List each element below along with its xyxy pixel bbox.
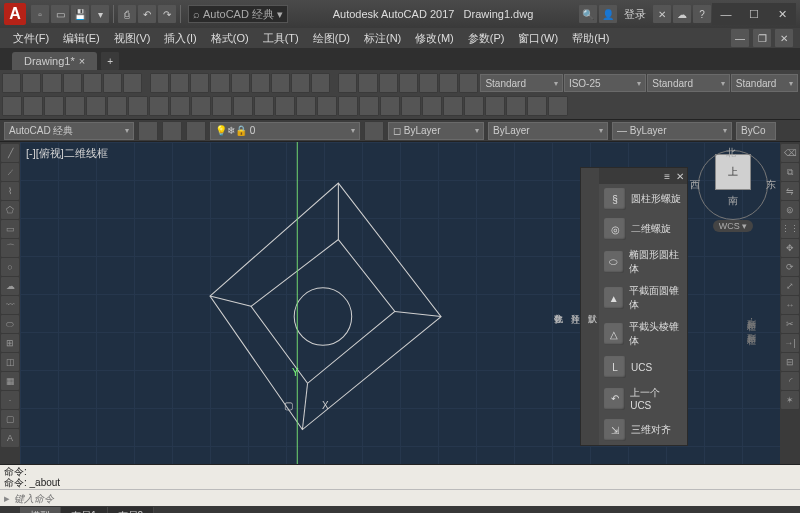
- palette-tab[interactable]: 参数化: [552, 305, 565, 309]
- insert-tool-icon[interactable]: ⊞: [1, 334, 19, 352]
- tb-icon[interactable]: [107, 96, 127, 116]
- break-tool-icon[interactable]: ⊟: [781, 353, 799, 371]
- tb-icon[interactable]: [149, 96, 169, 116]
- point-tool-icon[interactable]: ·: [1, 391, 19, 409]
- tb-icon[interactable]: [254, 96, 274, 116]
- layer-match-icon[interactable]: [364, 121, 384, 141]
- layer-combo[interactable]: 💡❄🔒 0▾: [210, 122, 360, 140]
- tb-icon[interactable]: [317, 96, 337, 116]
- region-tool-icon[interactable]: ▢: [1, 410, 19, 428]
- tb-icon[interactable]: [399, 73, 418, 93]
- tb-icon[interactable]: [251, 73, 270, 93]
- palette-item[interactable]: ◎二维螺旋: [599, 214, 687, 244]
- text-tool-icon[interactable]: A: [1, 429, 19, 447]
- tb-icon[interactable]: [271, 73, 290, 93]
- menu-help[interactable]: 帮助(H): [565, 29, 616, 48]
- rotate-tool-icon[interactable]: ⟳: [781, 258, 799, 276]
- menu-file[interactable]: 文件(F): [6, 29, 56, 48]
- extend-tool-icon[interactable]: →|: [781, 334, 799, 352]
- tb-icon[interactable]: [190, 73, 209, 93]
- qat-print-icon[interactable]: ⎙: [118, 5, 136, 23]
- qat-save-icon[interactable]: 💾: [71, 5, 89, 23]
- menu-view[interactable]: 视图(V): [107, 29, 158, 48]
- lineweight-combo[interactable]: — ByLayer▾: [612, 122, 732, 140]
- tb-icon[interactable]: [296, 96, 316, 116]
- dimstyle-combo[interactable]: ISO-25▾: [564, 74, 646, 92]
- tb-icon[interactable]: [86, 96, 106, 116]
- mdi-restore-button[interactable]: ❐: [753, 29, 771, 47]
- palette-item[interactable]: △平截头棱锥体: [599, 316, 687, 352]
- tb-icon[interactable]: [42, 73, 61, 93]
- tb-icon[interactable]: [401, 96, 421, 116]
- menu-insert[interactable]: 插入(I): [157, 29, 203, 48]
- tb-icon[interactable]: [22, 73, 41, 93]
- tb-icon[interactable]: [439, 73, 458, 93]
- viewcube-east[interactable]: 东: [766, 178, 776, 192]
- app-logo[interactable]: A: [4, 3, 26, 25]
- tb-icon[interactable]: [83, 73, 102, 93]
- tb-icon[interactable]: [338, 96, 358, 116]
- tb-icon[interactable]: [150, 73, 169, 93]
- stretch-tool-icon[interactable]: ↔: [781, 296, 799, 314]
- linetype-combo[interactable]: ByLayer▾: [488, 122, 608, 140]
- tb-icon[interactable]: [233, 96, 253, 116]
- color-combo[interactable]: ◻ ByLayer▾: [388, 122, 484, 140]
- workspace-search[interactable]: ⌕ AutoCAD 经典 ▾: [188, 5, 288, 23]
- pline-tool-icon[interactable]: ⌇: [1, 182, 19, 200]
- erase-tool-icon[interactable]: ⌫: [781, 144, 799, 162]
- mirror-tool-icon[interactable]: ⇋: [781, 182, 799, 200]
- tb-icon[interactable]: [123, 73, 142, 93]
- qat-saveas-icon[interactable]: ▾: [91, 5, 109, 23]
- tb-icon[interactable]: [548, 96, 568, 116]
- offset-tool-icon[interactable]: ⊚: [781, 201, 799, 219]
- style-combo-3[interactable]: Standard▾: [731, 74, 798, 92]
- tb-icon[interactable]: [527, 96, 547, 116]
- tb-icon[interactable]: [338, 73, 357, 93]
- spline-tool-icon[interactable]: 〰: [1, 296, 19, 314]
- close-tab-icon[interactable]: ×: [79, 55, 85, 67]
- layout-nav-icon[interactable]: ◀: [4, 510, 20, 514]
- qat-open-icon[interactable]: ▭: [51, 5, 69, 23]
- tb-icon[interactable]: [2, 73, 21, 93]
- palette-item[interactable]: ⬭椭圆形圆柱体: [599, 244, 687, 280]
- file-tab-active[interactable]: Drawing1* ×: [12, 52, 97, 70]
- palette-item[interactable]: LUCS: [599, 352, 687, 382]
- tb-icon[interactable]: [311, 73, 330, 93]
- tb-icon[interactable]: [419, 73, 438, 93]
- tb-icon[interactable]: [65, 96, 85, 116]
- tb-icon[interactable]: [506, 96, 526, 116]
- tb-icon[interactable]: [23, 96, 43, 116]
- tb-icon[interactable]: [231, 73, 250, 93]
- tool-palette[interactable]: 默认 注释 参数化 ≡✕ §圆柱形螺旋 ◎二维螺旋 ⬭椭圆形圆柱体 ▲平截面圆锥…: [580, 167, 688, 446]
- explode-tool-icon[interactable]: ✶: [781, 391, 799, 409]
- tb-icon[interactable]: [443, 96, 463, 116]
- tb-icon[interactable]: [464, 96, 484, 116]
- line-tool-icon[interactable]: ╱: [1, 144, 19, 162]
- qat-undo-icon[interactable]: ↶: [138, 5, 156, 23]
- plotstyle-combo[interactable]: ByCo: [736, 122, 776, 140]
- tb-icon[interactable]: [44, 96, 64, 116]
- minimize-button[interactable]: —: [712, 3, 740, 25]
- close-button[interactable]: ✕: [768, 3, 796, 25]
- tb-icon[interactable]: [103, 73, 122, 93]
- menu-tools[interactable]: 工具(T): [256, 29, 306, 48]
- trim-tool-icon[interactable]: ✂: [781, 315, 799, 333]
- palette-tab[interactable]: 默认: [586, 305, 599, 309]
- palette-tab[interactable]: 注释: [569, 305, 582, 309]
- tb-icon[interactable]: [359, 96, 379, 116]
- palette-item[interactable]: ▲平截面圆锥体: [599, 280, 687, 316]
- exchange-icon[interactable]: ✕: [653, 5, 671, 23]
- drawing-canvas[interactable]: [-][俯视]二维线框 Y X ▢ 北 西 东 上 南 WCS ▾: [20, 142, 780, 464]
- layer-prop-icon[interactable]: [138, 121, 158, 141]
- tb-icon[interactable]: [291, 73, 310, 93]
- block-tool-icon[interactable]: ◫: [1, 353, 19, 371]
- rect-tool-icon[interactable]: ▭: [1, 220, 19, 238]
- menu-format[interactable]: 格式(O): [204, 29, 256, 48]
- menu-edit[interactable]: 编辑(E): [56, 29, 107, 48]
- tb-icon[interactable]: [380, 96, 400, 116]
- menu-draw[interactable]: 绘图(D): [306, 29, 357, 48]
- new-tab-button[interactable]: +: [101, 52, 119, 70]
- tb-icon[interactable]: [422, 96, 442, 116]
- qat-redo-icon[interactable]: ↷: [158, 5, 176, 23]
- command-history[interactable]: 命令: 命令: _about: [0, 465, 800, 489]
